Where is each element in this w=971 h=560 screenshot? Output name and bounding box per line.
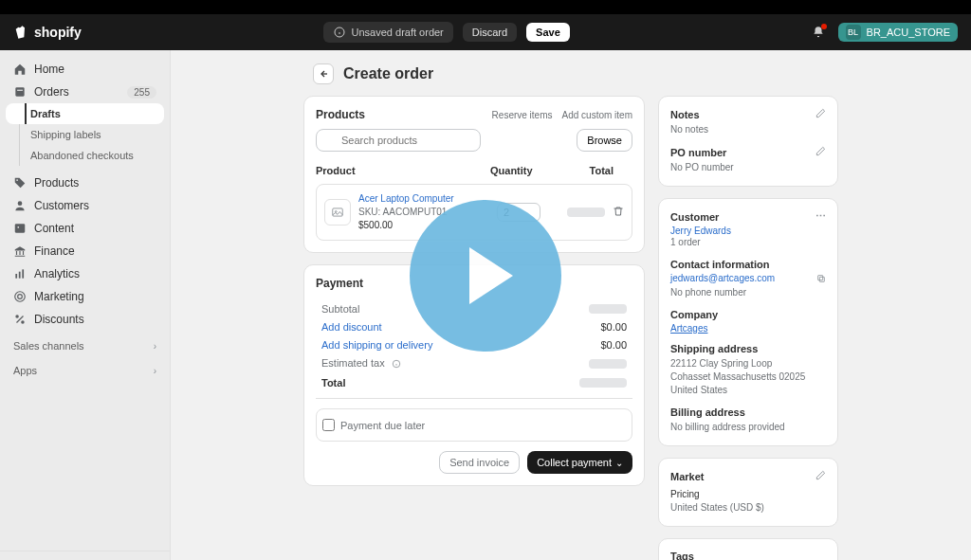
- back-button[interactable]: [313, 63, 334, 84]
- reserve-items-link[interactable]: Reserve items: [492, 110, 553, 120]
- sidebar-item-home[interactable]: Home: [0, 58, 170, 81]
- send-invoice-button[interactable]: Send invoice: [439, 451, 520, 474]
- svg-rect-3: [15, 87, 24, 96]
- sidebar-item-content[interactable]: Content: [0, 217, 170, 240]
- svg-point-13: [18, 295, 23, 299]
- home-icon: [13, 63, 27, 76]
- shopify-logo[interactable]: shopify: [13, 25, 82, 40]
- svg-rect-26: [819, 277, 824, 281]
- browse-button[interactable]: Browse: [577, 129, 632, 152]
- sidebar-section-apps[interactable]: Apps ›: [0, 355, 170, 380]
- po-text: No PO number: [670, 161, 826, 174]
- orders-icon: [13, 85, 27, 99]
- ship-line2: Cohasset Massachusetts 02025: [670, 370, 826, 384]
- customer-email-link[interactable]: jedwards@artcages.com: [670, 273, 775, 283]
- add-custom-item-link[interactable]: Add custom item: [562, 110, 632, 120]
- chevron-right-icon: ›: [154, 341, 156, 352]
- sidebar-item-shipping-labels[interactable]: Shipping labels: [0, 124, 170, 145]
- products-card-title: Products: [316, 108, 365, 121]
- tag-icon: [13, 176, 27, 190]
- product-row: Acer Laptop Computer SKU: AACOMPUT01 $50…: [316, 184, 632, 241]
- company-title: Company: [670, 309, 718, 320]
- target-icon: [13, 290, 27, 303]
- product-sku: SKU: AACOMPUT01: [358, 206, 489, 219]
- sidebar-item-discounts[interactable]: Discounts: [0, 308, 170, 331]
- add-discount-link[interactable]: Add discount: [321, 321, 382, 333]
- svg-point-15: [21, 320, 25, 324]
- pricing-label: Pricing: [670, 489, 700, 499]
- payment-card-title: Payment: [316, 277, 632, 290]
- person-icon: [13, 199, 27, 212]
- sidebar-label: Customers: [34, 199, 89, 212]
- copy-email-button[interactable]: [816, 273, 826, 286]
- billing-text: No billing address provided: [670, 421, 826, 434]
- subtotal-label: Subtotal: [321, 303, 359, 315]
- discard-button[interactable]: Discard: [463, 23, 517, 42]
- sidebar-item-finance[interactable]: Finance: [0, 240, 170, 262]
- svg-rect-27: [818, 276, 823, 280]
- product-name-link[interactable]: Acer Laptop Computer: [358, 192, 489, 206]
- draft-status-text: Unsaved draft order: [352, 27, 444, 38]
- notes-title: Notes: [670, 109, 700, 120]
- product-thumb: [324, 199, 351, 226]
- th-quantity: Quantity: [490, 165, 557, 176]
- svg-rect-11: [22, 269, 24, 278]
- customer-card: Customer ⋯ Jerry Edwards 1 order Contact…: [658, 198, 838, 446]
- collect-payment-button[interactable]: Collect payment ⌄: [527, 451, 632, 474]
- search-products-input[interactable]: [316, 129, 481, 152]
- contact-title: Contact information: [670, 259, 770, 270]
- sidebar: Home Orders 255 Drafts Shipping labels A…: [0, 50, 171, 560]
- payment-due-later-row[interactable]: Payment due later: [316, 408, 632, 442]
- topbar: shopify Unsaved draft order Discard Save…: [0, 14, 971, 50]
- product-price: $500.00: [358, 219, 489, 232]
- save-button[interactable]: Save: [526, 23, 570, 42]
- draft-status-pill: Unsaved draft order: [323, 22, 453, 43]
- sidebar-item-analytics[interactable]: Analytics: [0, 262, 170, 285]
- svg-point-12: [15, 292, 26, 302]
- sidebar-label: Analytics: [34, 267, 80, 280]
- percent-icon: [13, 313, 27, 326]
- sidebar-section-sales-channels[interactable]: Sales channels ›: [0, 331, 170, 355]
- brand-label: shopify: [34, 25, 82, 40]
- svg-rect-4: [17, 90, 23, 91]
- sidebar-label: Sales channels: [13, 340, 84, 352]
- svg-point-8: [17, 226, 19, 228]
- info-icon: [333, 26, 346, 39]
- customer-phone: No phone number: [670, 286, 826, 299]
- sidebar-label: Content: [34, 222, 74, 235]
- notes-card: Notes No notes PO number No PO number: [658, 96, 838, 187]
- bell-icon[interactable]: [812, 26, 825, 39]
- payment-card: Payment Subtotal Add discount $0.00 Add …: [303, 264, 645, 486]
- tax-skeleton: [589, 359, 627, 369]
- sidebar-label: Abandoned checkouts: [30, 150, 134, 161]
- pricing-value: United States (USD $): [670, 501, 826, 515]
- sidebar-item-settings[interactable]: Settings: [0, 551, 170, 560]
- sidebar-label: Drafts: [30, 108, 61, 119]
- customer-orders: 1 order: [670, 236, 826, 249]
- add-shipping-link[interactable]: Add shipping or delivery: [321, 339, 432, 351]
- company-link[interactable]: Artcages: [670, 323, 826, 334]
- edit-notes-button[interactable]: [815, 108, 826, 120]
- customer-name-link[interactable]: Jerry Edwards: [670, 226, 826, 236]
- delete-line-button[interactable]: [613, 206, 624, 220]
- sidebar-item-marketing[interactable]: Marketing: [0, 285, 170, 308]
- sidebar-item-products[interactable]: Products: [0, 172, 170, 194]
- sidebar-item-abandoned[interactable]: Abandoned checkouts: [0, 145, 170, 166]
- sidebar-item-drafts[interactable]: Drafts: [6, 103, 164, 124]
- store-chip[interactable]: BL BR_ACU_STORE: [838, 23, 958, 42]
- ship-line1: 22112 Clay Spring Loop: [670, 357, 826, 370]
- sidebar-item-orders[interactable]: Orders 255: [0, 81, 170, 103]
- due-later-label: Payment due later: [340, 420, 425, 431]
- info-icon[interactable]: [390, 357, 403, 370]
- quantity-input[interactable]: [497, 203, 540, 222]
- edit-market-button[interactable]: [815, 470, 826, 482]
- products-card: Products Reserve items Add custom item: [303, 96, 645, 253]
- sidebar-item-customers[interactable]: Customers: [0, 194, 170, 217]
- bank-icon: [13, 244, 27, 258]
- edit-po-button[interactable]: [815, 146, 826, 158]
- customer-menu-button[interactable]: ⋯: [815, 210, 826, 223]
- svg-point-14: [15, 315, 19, 318]
- sidebar-label: Products: [34, 176, 79, 190]
- due-later-checkbox[interactable]: [322, 419, 335, 431]
- sidebar-label: Shipping labels: [30, 129, 101, 140]
